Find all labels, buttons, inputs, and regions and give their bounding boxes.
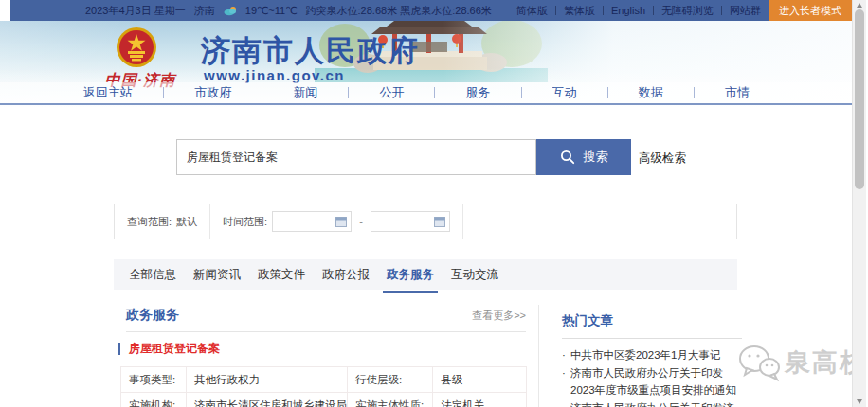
accessibility-link[interactable]: 无障碍浏览 (661, 4, 714, 18)
nav-item-news[interactable]: 新闻 (293, 84, 317, 101)
national-emblem (116, 27, 157, 68)
table-row: 实施机构: 济南市长清区住房和城乡建设局 实施主体性质: 法定机关 (121, 393, 527, 407)
scope-label: 查询范围: (127, 215, 172, 229)
watermark: 泉高校 (737, 343, 867, 382)
nav-item-city-profile[interactable]: 市情 (725, 84, 750, 101)
divider (603, 6, 604, 15)
result-title-link[interactable]: 房屋租赁登记备案 (129, 341, 220, 357)
tab-policy-documents[interactable]: 政策文件 (256, 259, 307, 290)
tab-news[interactable]: 新闻资讯 (191, 259, 243, 290)
article-link[interactable]: · 济南市人民政府办公厅关于印发济南市城市建设安排的通知 (562, 399, 744, 407)
time-range-label: 时间范围: (223, 215, 267, 229)
article-text: 济南市人民政府办公厅关于印发济南市城市建设安排的通知 (570, 402, 734, 407)
time-filter: 时间范围: - (210, 204, 462, 239)
view-more-link[interactable]: 查看更多>> (472, 309, 526, 323)
search-input[interactable] (176, 139, 536, 175)
nav-item-disclosure[interactable]: 公开 (379, 84, 404, 101)
result-item: 房屋租赁登记备案 (118, 341, 220, 357)
nav-item-government[interactable]: 市政府 (194, 84, 231, 101)
divider (434, 87, 435, 98)
divider (163, 87, 164, 98)
bullet: · (562, 346, 566, 363)
table-label: 行使层级: (347, 367, 432, 393)
hot-articles-title: 热门文章 (562, 312, 613, 329)
hot-articles-list: · 中共市中区委2023年1月大事记 · 济南市人民政府办公厅关于印发2023年… (562, 346, 744, 407)
nav-item-interaction[interactable]: 互动 (552, 84, 577, 101)
tab-gazette[interactable]: 政府公报 (320, 259, 371, 290)
results-tabbar: 全部信息 新闻资讯 政策文件 政府公报 政务服务 互动交流 (114, 259, 737, 290)
spring-water-levels: 趵突泉水位:28.68米 黑虎泉水位:28.66米 (306, 4, 492, 18)
article-text: 中共市中区委2023年1月大事记 (570, 349, 720, 361)
weather-icon (224, 6, 237, 16)
table-label: 实施机构: (121, 393, 187, 407)
table-value: 其他行政权力 (186, 367, 347, 393)
bullet: · (562, 364, 566, 381)
title-accent-bar (118, 343, 120, 355)
scroll-up-arrow[interactable] (857, 3, 862, 8)
calendar-icon (434, 216, 445, 227)
range-separator: - (359, 216, 363, 227)
table-row: 事项类型: 其他行政权力 行使层级: 县级 (121, 367, 527, 393)
date-to-input[interactable] (371, 211, 450, 232)
scrollbar-thumb[interactable] (855, 9, 864, 189)
scrollbar[interactable] (852, 0, 866, 407)
divider (562, 338, 742, 339)
tab-government-services[interactable]: 政务服务 (385, 259, 436, 290)
search-button-label: 搜索 (584, 149, 608, 166)
table-value: 法定机关 (433, 393, 527, 407)
temperature-text: 19℃~11℃ (245, 5, 298, 17)
city-label[interactable]: 济南 (194, 4, 215, 18)
search-icon (560, 150, 575, 165)
nav-item-data[interactable]: 数据 (639, 84, 663, 101)
advanced-search-link[interactable]: 高级检索 (639, 150, 686, 167)
date-text: 2023年4月3日 星期一 (85, 4, 186, 18)
divider (694, 87, 695, 98)
divider (348, 87, 349, 98)
scope-value[interactable]: 默认 (176, 215, 197, 229)
topbar-info: 2023年4月3日 星期一 济南 19℃~11℃ 趵突泉水位:28.68米 黑虎… (10, 4, 492, 18)
divider (462, 204, 463, 239)
tab-all-info[interactable]: 全部信息 (127, 259, 178, 290)
page: 2023年4月3日 星期一 济南 19℃~11℃ 趵突泉水位:28.68米 黑虎… (0, 0, 868, 407)
article-link[interactable]: · 中共市中区委2023年1月大事记 (562, 346, 744, 363)
table-label: 事项类型: (121, 367, 187, 393)
nav-item-services[interactable]: 服务 (466, 84, 491, 101)
divider (262, 87, 262, 98)
article-text: 济南市人民政府办公厅关于印发2023年度市级重点项目安排的通知 (570, 367, 736, 396)
table-value: 济南市长清区住房和城乡建设局 (186, 393, 347, 407)
search-button[interactable]: 搜索 (536, 139, 631, 175)
topbar-links: 简体版 繁体版 English 无障碍浏览 网站群 进入长者模式 (516, 0, 852, 21)
divider (653, 6, 654, 15)
scope-filter: 查询范围: 默认 (115, 204, 209, 239)
wechat-logo-icon (737, 343, 781, 382)
site-group-link[interactable]: 网站群 (730, 4, 761, 18)
table-value: 县级 (433, 367, 527, 393)
scroll-down-arrow[interactable] (857, 399, 862, 404)
lang-link-simplified[interactable]: 简体版 (516, 4, 548, 18)
nav-item-home[interactable]: 返回主站 (83, 84, 133, 101)
site-title: 济南市人民政府 (201, 31, 420, 71)
topbar: 2023年4月3日 星期一 济南 19℃~11℃ 趵突泉水位:28.68米 黑虎… (10, 0, 852, 21)
lang-link-english[interactable]: English (611, 5, 645, 16)
section-title: 政务服务 (126, 307, 179, 324)
main-nav: 返回主站 市政府 新闻 公开 服务 互动 数据 市情 (0, 82, 852, 105)
lang-link-traditional[interactable]: 繁体版 (564, 4, 595, 18)
elder-mode-button[interactable]: 进入长者模式 (769, 0, 852, 21)
calendar-icon (335, 216, 347, 227)
divider (126, 331, 526, 332)
divider (555, 6, 556, 15)
bullet: · (562, 399, 566, 407)
table-label: 实施主体性质: (347, 393, 432, 407)
filter-bar: 查询范围: 默认 时间范围: - (114, 204, 737, 239)
divider (538, 305, 539, 407)
site-url[interactable]: www.jinan.gov.cn (204, 67, 345, 83)
tab-interaction[interactable]: 互动交流 (449, 259, 500, 290)
divider (721, 6, 722, 15)
section-head: 政务服务 查看更多>> (126, 307, 526, 324)
article-link[interactable]: · 济南市人民政府办公厅关于印发2023年度市级重点项目安排的通知 (562, 364, 744, 398)
date-from-input[interactable] (272, 211, 352, 232)
service-info-table: 事项类型: 其他行政权力 行使层级: 县级 实施机构: 济南市长清区住房和城乡建… (120, 366, 527, 407)
divider (607, 87, 608, 98)
divider (521, 87, 522, 98)
